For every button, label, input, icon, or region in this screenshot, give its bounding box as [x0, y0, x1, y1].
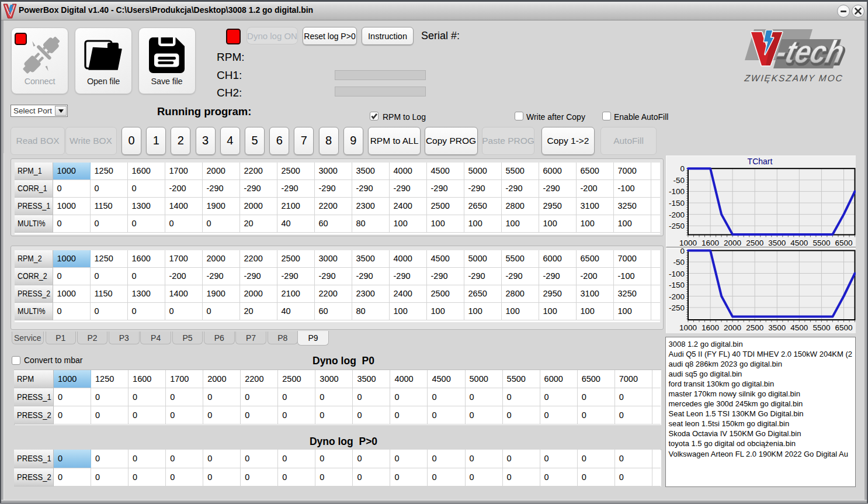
svg-text:4500: 4500: [790, 238, 808, 247]
svg-text:-250: -250: [668, 222, 684, 230]
svg-text:-200: -200: [668, 210, 684, 219]
svg-text:3500: 3500: [768, 238, 786, 247]
svg-text:2000: 2000: [724, 238, 741, 247]
svg-text:0: 0: [680, 248, 685, 256]
svg-text:1000: 1000: [679, 323, 696, 332]
svg-text:-150: -150: [668, 281, 684, 289]
svg-text:TChart: TChart: [747, 157, 772, 166]
svg-text:4500: 4500: [790, 323, 808, 332]
svg-text:5500: 5500: [813, 323, 830, 332]
svg-text:-100: -100: [668, 269, 684, 278]
svg-text:-50: -50: [673, 175, 685, 184]
svg-text:1000: 1000: [679, 238, 696, 247]
svg-text:0: 0: [680, 164, 685, 173]
svg-text:1600: 1600: [702, 238, 719, 247]
svg-text:-50: -50: [673, 258, 685, 267]
svg-text:-250: -250: [668, 303, 684, 312]
svg-text:6500: 6500: [835, 323, 852, 332]
svg-text:2500: 2500: [746, 323, 763, 332]
svg-text:2000: 2000: [724, 323, 741, 332]
svg-text:5500: 5500: [813, 238, 830, 247]
svg-text:6500: 6500: [835, 238, 852, 247]
svg-text:3500: 3500: [768, 323, 786, 332]
svg-text:-tech: -tech: [773, 34, 848, 70]
svg-text:ZWIĘKSZAMY MOC: ZWIĘKSZAMY MOC: [744, 73, 844, 83]
svg-text:-150: -150: [668, 199, 684, 208]
svg-text:-200: -200: [668, 292, 684, 301]
svg-text:2500: 2500: [746, 238, 763, 247]
svg-text:-100: -100: [668, 187, 684, 196]
svg-text:1600: 1600: [702, 323, 719, 332]
